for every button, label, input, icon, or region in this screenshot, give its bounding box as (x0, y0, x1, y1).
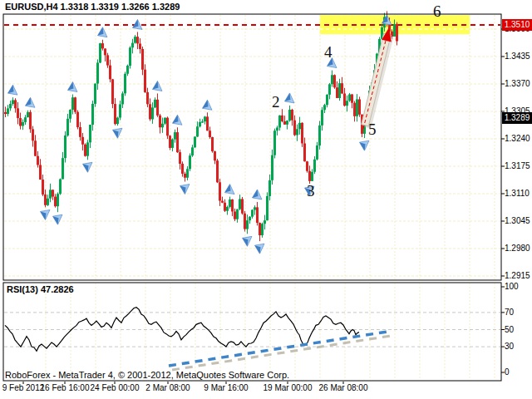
candle-body (146, 92, 149, 104)
price-tick-label: 1.3175 (505, 161, 530, 170)
candle-body (249, 217, 251, 220)
candle-body (161, 124, 164, 127)
rsi-trendline[interactable] (169, 332, 387, 366)
candle-body (74, 97, 76, 111)
candle-body (39, 165, 42, 180)
candle-body (268, 180, 271, 196)
candle-body (159, 116, 161, 127)
candle-body (14, 100, 17, 108)
candle-body (231, 200, 234, 212)
candle-body (59, 179, 62, 194)
candle-body (239, 199, 241, 209)
candle-body (144, 70, 146, 92)
candle-body (37, 156, 39, 165)
candle-body (121, 93, 124, 104)
candle-body (273, 131, 276, 155)
candle-body (191, 147, 194, 155)
time-tick-label: 2 Mar 08:00 (145, 383, 190, 392)
candle-body (323, 105, 326, 110)
candle-body (298, 123, 301, 130)
current-price-tag: 1.3289 (502, 112, 532, 124)
candle-body (54, 197, 57, 207)
candle-body (164, 118, 166, 124)
candle-body (206, 116, 209, 131)
candle-body (341, 83, 343, 93)
candle-body (96, 62, 99, 83)
candle-body (184, 174, 186, 178)
candle-body (261, 224, 264, 235)
candle-body (57, 194, 59, 206)
wave-number-annotation: 5 (368, 121, 377, 139)
candle-body (32, 129, 34, 140)
candle-body (76, 112, 79, 127)
candle-body (393, 24, 396, 37)
time-tick-label: 24 Feb 00:00 (91, 383, 140, 392)
candle-body (129, 47, 131, 66)
candle-body (89, 125, 91, 142)
candle-body (221, 201, 224, 203)
price-tick-label: 1.3370 (505, 79, 530, 88)
candle-body (109, 66, 111, 80)
candle-body (181, 164, 184, 174)
candle-body (119, 104, 121, 117)
candle-body (306, 161, 308, 171)
candle-body (174, 132, 176, 139)
wave-number-annotation: 4 (324, 43, 332, 62)
candle-body (44, 195, 47, 205)
candle-body (283, 121, 286, 125)
candle-body (116, 118, 119, 125)
rsi-tick-label: 30 (505, 342, 514, 351)
price-tick-label: 1.3045 (505, 216, 530, 225)
candle-body (211, 137, 214, 151)
candle-body (276, 127, 278, 131)
candle-body (151, 107, 154, 119)
candle-body (316, 145, 318, 160)
candle-body (241, 199, 244, 213)
candle-body (348, 94, 351, 101)
candle-body (196, 126, 199, 136)
candle-body (149, 104, 151, 119)
candle-body (278, 116, 281, 128)
price-tick-label: 1.3240 (505, 134, 530, 143)
candle-body (17, 108, 19, 118)
candle-body (199, 122, 201, 126)
candle-body (179, 152, 181, 164)
price-tick-label: 1.2980 (505, 244, 530, 253)
candle-body (288, 110, 291, 121)
candle-body (84, 145, 86, 156)
candle-body (176, 132, 179, 152)
candle-body (47, 199, 49, 205)
candle-body (291, 110, 293, 121)
candle-body (24, 117, 27, 122)
candle-body (331, 75, 333, 84)
forecast-dashed-line[interactable] (363, 34, 387, 129)
price-tick-label: 1.3110 (505, 189, 530, 198)
candle-body (271, 155, 273, 180)
candle-body (356, 99, 358, 116)
rsi-tick-label: 0 (505, 367, 510, 377)
rsi-pane-border (3, 283, 501, 381)
chart-canvas[interactable] (0, 0, 532, 399)
rsi-tick-label: 100 (505, 282, 519, 291)
candle-body (234, 211, 236, 219)
candle-body (94, 84, 96, 104)
candle-body (229, 200, 231, 207)
rsi-indicator-label: RSI(13) 47.2826 (7, 284, 74, 294)
candle-body (318, 126, 321, 145)
candle-body (104, 48, 106, 55)
candle-body (303, 143, 306, 161)
candle-body (7, 108, 9, 114)
time-tick-label: 26 Mar 08:00 (319, 383, 368, 392)
candle-body (311, 172, 313, 181)
candle-body (244, 214, 246, 229)
candle-body (101, 43, 104, 48)
candle-body (42, 180, 44, 195)
candle-body (321, 110, 323, 126)
candle-body (22, 122, 24, 126)
forecast-arrow[interactable] (362, 33, 392, 126)
candle-body (194, 136, 196, 147)
candle-body (156, 100, 159, 116)
candle-body (64, 135, 66, 158)
candle-body (351, 94, 353, 102)
candle-body (62, 158, 64, 179)
